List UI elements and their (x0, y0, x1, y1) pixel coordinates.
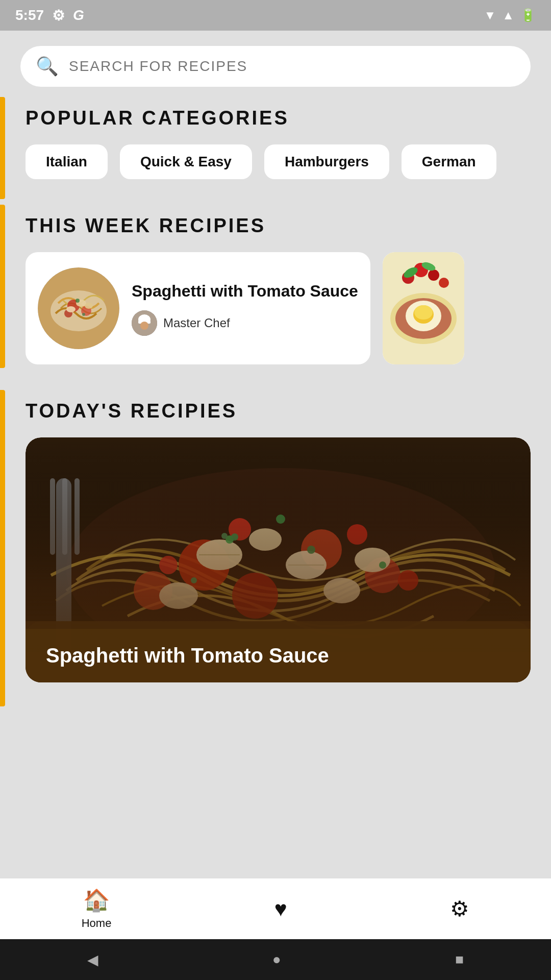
search-icon: 🔍 (36, 56, 59, 77)
svg-point-23 (439, 278, 449, 288)
home-icon: 🏠 (83, 888, 110, 913)
category-chip-hamburgers[interactable]: Hamburgers (264, 144, 389, 179)
wifi-icon: ▼ (484, 8, 496, 22)
chef-avatar-0 (132, 310, 157, 336)
svg-point-6 (66, 306, 76, 312)
category-chip-italian[interactable]: Italian (26, 144, 108, 179)
week-card-content-0: Spaghetti with Tomato Sauce (132, 281, 358, 336)
categories-scroll[interactable]: Italian Quick & Easy Hamburgers German (0, 139, 551, 194)
svg-point-9 (82, 313, 85, 316)
today-recipe-card[interactable]: Spaghetti with Tomato Sauce (26, 437, 531, 682)
popular-categories-title: Popular Categories (0, 97, 551, 139)
week-recipe-image-0 (38, 267, 119, 349)
week-scroll[interactable]: Spaghetti with Tomato Sauce (0, 247, 551, 380)
heart-icon: ♥ (274, 897, 287, 921)
chef-name-0: Master Chef (163, 316, 230, 330)
section-accent-border (0, 97, 5, 199)
partial-recipe-image (383, 252, 464, 364)
signal-icon: ▲ (502, 8, 514, 22)
today-recipe-title: Spaghetti with Tomato Sauce (46, 644, 329, 667)
nav-home-label: Home (82, 917, 112, 930)
svg-point-8 (76, 299, 80, 303)
week-recipe-card-0[interactable]: Spaghetti with Tomato Sauce (26, 252, 370, 364)
today-title: TODAY'S RECIPIES (0, 390, 551, 432)
search-bar[interactable]: 🔍 (20, 46, 531, 87)
week-recipe-card-partial[interactable] (383, 252, 464, 364)
recents-button[interactable]: ■ (455, 951, 464, 968)
search-input[interactable] (69, 58, 515, 75)
week-section-border (0, 205, 5, 368)
today-card-label: Spaghetti with Tomato Sauce (26, 629, 531, 682)
svg-point-19 (414, 305, 433, 320)
main-content: 🔍 Popular Categories Italian Quick & Eas… (0, 31, 551, 878)
google-status-icon: G (73, 7, 84, 23)
status-bar: 5:57 ⚙ G ▼ ▲ 🔋 (0, 0, 551, 31)
week-card-chef-0: Master Chef (132, 310, 358, 336)
gear-icon: ⚙ (450, 896, 469, 921)
this-week-section: THIS WEEK RECIPIES (0, 205, 551, 380)
week-recipe-title-0: Spaghetti with Tomato Sauce (132, 281, 358, 302)
spaghetti-thumbnail (38, 267, 119, 349)
today-section: TODAY'S RECIPIES (0, 390, 551, 682)
time-display: 5:57 (15, 7, 44, 23)
back-button[interactable]: ◀ (87, 951, 98, 968)
this-week-title: THIS WEEK RECIPIES (0, 205, 551, 247)
nav-settings[interactable]: ⚙ (430, 891, 490, 926)
bottom-nav: 🏠 Home ♥ ⚙ (0, 878, 551, 939)
category-chip-quick-easy[interactable]: Quick & Easy (120, 144, 252, 179)
android-nav: ◀ ● ■ (0, 939, 551, 980)
search-container: 🔍 (0, 31, 551, 97)
settings-status-icon: ⚙ (52, 7, 65, 24)
today-section-border (0, 390, 5, 706)
nav-favorites[interactable]: ♥ (254, 892, 308, 926)
home-button[interactable]: ● (272, 951, 281, 968)
nav-home[interactable]: 🏠 Home (61, 883, 132, 935)
popular-categories-section: Popular Categories Italian Quick & Easy … (0, 97, 551, 194)
battery-icon: 🔋 (520, 8, 536, 22)
svg-point-13 (140, 322, 148, 330)
svg-point-7 (85, 303, 93, 309)
category-chip-german[interactable]: German (402, 144, 496, 179)
svg-point-22 (428, 270, 439, 281)
